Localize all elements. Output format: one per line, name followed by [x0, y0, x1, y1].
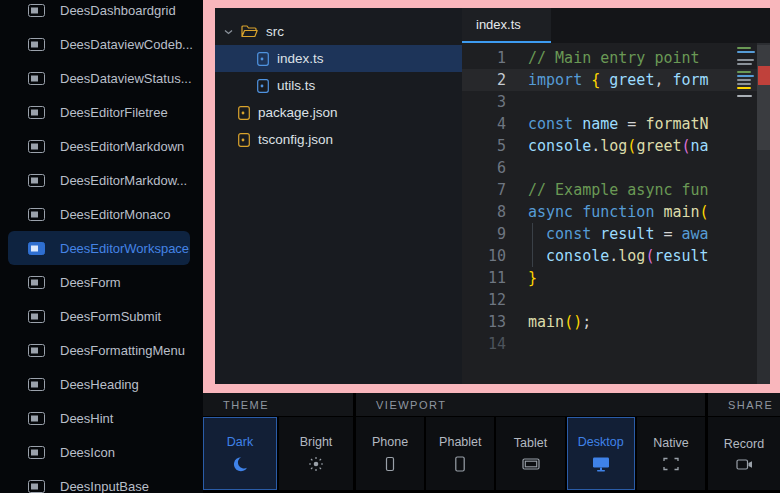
code-line-3: 3 [462, 91, 770, 113]
sidebar-item-label: DeesHint [60, 411, 113, 426]
button-label: Dark [227, 435, 253, 449]
record-icon [736, 458, 753, 471]
minimap-line [737, 47, 751, 49]
toolbar-section-title-theme: THEME [203, 393, 353, 416]
filetree-row-index-ts[interactable]: index.ts [215, 45, 462, 72]
indent-guide [532, 223, 533, 267]
line-number: 9 [462, 223, 506, 245]
sidebar-item-label: DeesDataviewCodeb... [60, 37, 193, 52]
sidebar-item-deesformattingmenu[interactable]: DeesFormattingMenu [8, 333, 190, 367]
component-icon [28, 174, 45, 187]
scrollbar-thumb[interactable] [757, 45, 770, 150]
ts-file-icon [257, 52, 269, 66]
sidebar-item-deeseditorworkspace[interactable]: DeesEditorWorkspace [8, 231, 190, 265]
sidebar-item-deesdataviewstatus[interactable]: DeesDataviewStatus... [8, 61, 190, 95]
sidebar-item-label: DeesEditorMarkdow... [60, 173, 187, 188]
sidebar-item-deesdashboardgrid[interactable]: DeesDashboardgrid [8, 0, 190, 27]
sidebar-item-deeseditorfiletree[interactable]: DeesEditorFiletree [8, 95, 190, 129]
component-icon [28, 412, 45, 425]
minimap-line [737, 59, 754, 61]
code-line-10: 10 console.log(result [462, 245, 770, 267]
component-icon [28, 310, 45, 323]
toolbar-section-headers: THEMEVIEWPORTSHARE [203, 393, 780, 416]
sidebar-item-deeseditormarkdow[interactable]: DeesEditorMarkdow... [8, 163, 190, 197]
sidebar-item-label: DeesIcon [60, 445, 115, 460]
sidebar-item-deesformsubmit[interactable]: DeesFormSubmit [8, 299, 190, 333]
code-line-9: 9 const result = awa [462, 223, 770, 245]
minimap[interactable] [737, 47, 757, 99]
minimap-line [737, 95, 752, 97]
line-number: 5 [462, 135, 506, 157]
folder-open-icon [241, 25, 258, 38]
component-icon [28, 140, 45, 153]
code-line-11: 11} [462, 267, 770, 289]
bottom-toolbar: THEMEVIEWPORTSHARE DarkBrightPhonePhable… [203, 393, 780, 493]
record-button[interactable]: Record [708, 417, 780, 490]
button-label: Native [653, 436, 688, 450]
component-icon [28, 38, 45, 51]
filetree-row-package-json[interactable]: package.json [215, 99, 462, 126]
chevron-down-icon[interactable] [223, 29, 233, 35]
sidebar-item-deesdataviewcodeb[interactable]: DeesDataviewCodeb... [8, 27, 190, 61]
line-number: 7 [462, 179, 506, 201]
phablet-button[interactable]: Phablet [426, 417, 494, 490]
json-file-icon [238, 106, 250, 120]
button-label: Phablet [439, 435, 481, 449]
sidebar-item-label: DeesEditorMarkdown [60, 139, 184, 154]
sidebar-item-label: DeesEditorMonaco [60, 207, 171, 222]
phone-button[interactable]: Phone [356, 417, 424, 490]
sidebar-item-label: DeesInputBase [60, 479, 149, 493]
button-label: Record [724, 437, 764, 451]
minimap-line [737, 91, 757, 93]
moon-icon [232, 456, 248, 472]
tab-index-ts[interactable]: index.ts [462, 8, 551, 43]
sidebar-item-label: DeesFormattingMenu [60, 343, 185, 358]
sidebar-item-label: DeesEditorFiletree [60, 105, 168, 120]
code-text [506, 157, 528, 179]
sidebar-item-deeseditormonaco[interactable]: DeesEditorMonaco [8, 197, 190, 231]
component-icon [28, 208, 45, 221]
component-icon [28, 344, 45, 357]
sidebar-item-label: DeesForm [60, 275, 121, 290]
code-line-7: 7// Example async fun [462, 179, 770, 201]
filetree-row-utils-ts[interactable]: utils.ts [215, 72, 462, 99]
desktop-button[interactable]: Desktop [567, 417, 635, 490]
sidebar-item-deesform[interactable]: DeesForm [8, 265, 190, 299]
code-line-1: 1// Main entry point [462, 47, 770, 69]
native-button[interactable]: Native [637, 417, 705, 490]
line-number: 11 [462, 267, 506, 289]
line-number: 10 [462, 245, 506, 267]
code-area[interactable]: 1// Main entry point2import { greet, for… [462, 43, 770, 384]
code-text: async function main( [506, 201, 709, 223]
code-editor[interactable]: index.ts 1// Main entry point2import { g… [462, 8, 770, 384]
component-icon [28, 242, 45, 255]
line-number: 4 [462, 113, 506, 135]
minimap-line [737, 79, 751, 81]
sidebar-item-deesinputbase[interactable]: DeesInputBase [8, 469, 190, 493]
code-text: // Example async fun [506, 179, 709, 201]
filetree-row-src[interactable]: src [215, 18, 462, 45]
button-label: Phone [372, 435, 408, 449]
filetree-row-tsconfig-json[interactable]: tsconfig.json [215, 126, 462, 153]
code-text: // Main entry point [506, 47, 700, 69]
dark-button[interactable]: Dark [203, 417, 277, 490]
component-icon [28, 480, 45, 493]
line-number: 6 [462, 157, 506, 179]
sidebar-item-deesheading[interactable]: DeesHeading [8, 367, 190, 401]
minimap-line [737, 87, 751, 89]
tablet-icon [522, 457, 540, 471]
sidebar-item-deeseditormarkdown[interactable]: DeesEditorMarkdown [8, 129, 190, 163]
sidebar-item-deesicon[interactable]: DeesIcon [8, 435, 190, 469]
sidebar-item-label: DeesHeading [60, 377, 139, 392]
component-icon [28, 446, 45, 459]
button-label: Bright [300, 435, 333, 449]
scrollbar[interactable] [757, 43, 770, 384]
code-line-4: 4const name = formatN [462, 113, 770, 135]
bright-button[interactable]: Bright [279, 417, 353, 490]
tablet-button[interactable]: Tablet [496, 417, 564, 490]
filetree-label: index.ts [277, 51, 324, 66]
minimap-line [737, 51, 755, 53]
button-label: Desktop [578, 435, 624, 449]
sidebar-item-deeshint[interactable]: DeesHint [8, 401, 190, 435]
component-icon [28, 378, 45, 391]
